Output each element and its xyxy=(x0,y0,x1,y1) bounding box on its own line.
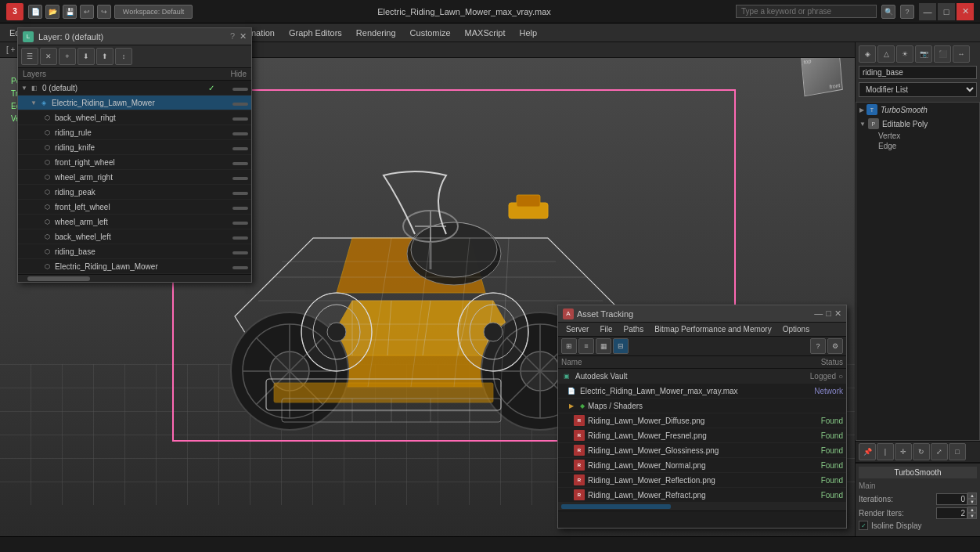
asset-btn-table[interactable]: ⊟ xyxy=(613,338,629,354)
asset-footer xyxy=(558,511,846,528)
modifier-list-dropdown[interactable]: Modifier List xyxy=(859,82,977,97)
asset-menu-file[interactable]: File xyxy=(595,324,617,334)
asset-btn-grid[interactable]: ⊞ xyxy=(561,338,577,354)
right-panel-top: ◈ △ ☀ 📷 ⬛ ↔ Modifier List xyxy=(856,42,980,102)
display-icon[interactable]: ◈ xyxy=(859,45,876,63)
isoline-checkbox[interactable] xyxy=(859,521,868,530)
render-iters-down[interactable]: ▼ xyxy=(967,513,977,519)
menu-maxscript[interactable]: MAXScript xyxy=(459,27,512,39)
modifier-edge[interactable]: Edge xyxy=(856,141,979,151)
asset-menu-server[interactable]: Server xyxy=(561,324,593,334)
asset-panel-icon: A xyxy=(563,308,574,319)
workspace-dropdown[interactable]: Workspace: Default xyxy=(114,5,193,19)
asset-row-vault[interactable]: ▣ Autodesk Vault Logged ○ xyxy=(558,369,846,384)
render-iters-input[interactable] xyxy=(936,507,967,519)
layer-panel-close[interactable]: ✕ xyxy=(240,31,247,41)
layer-tool-down[interactable]: ⬇ xyxy=(77,48,95,65)
asset-menu-bitmap[interactable]: Bitmap Performance and Memory xyxy=(650,324,776,334)
menu-rendering[interactable]: Rendering xyxy=(350,27,402,39)
expand-icon-poly: ▼ xyxy=(859,121,866,128)
rotate-icon[interactable]: ↻ xyxy=(913,443,930,460)
help-icon[interactable]: ? xyxy=(900,5,914,19)
minimize-button[interactable]: — xyxy=(919,3,936,20)
redo-btn[interactable]: ↪ xyxy=(97,5,111,19)
hierarchy-icon[interactable]: ⬛ xyxy=(934,45,951,63)
scale-icon[interactable]: ⤢ xyxy=(931,443,948,460)
maximize-button[interactable]: □ xyxy=(938,3,955,20)
asset-btn-sheet[interactable]: ▦ xyxy=(596,338,611,354)
asset-btn-settings[interactable]: ⚙ xyxy=(827,338,843,354)
layer-row-wheel-arm-left[interactable]: ⬡ wheel_arm_left xyxy=(18,215,251,229)
svg-marker-3 xyxy=(337,238,485,293)
turbosmooth-icon: T xyxy=(867,104,877,115)
shape-icon[interactable]: △ xyxy=(877,45,895,63)
layer-panel-titlebar[interactable]: L Layer: 0 (default) ? ✕ xyxy=(18,28,251,45)
layer-tool-add[interactable]: + xyxy=(59,48,76,65)
layer-row-wheel-arm-right[interactable]: ⬡ wheel_arm_right xyxy=(18,170,251,185)
asset-toolbar: ⊞ ≡ ▦ ⊟ ? ⚙ xyxy=(558,337,846,356)
asset-row-maps-folder[interactable]: ▶ ◆ Maps / Shaders xyxy=(558,399,846,413)
asset-row-refract[interactable]: R Riding_Lawn_Mower_Refract.png Found xyxy=(558,488,846,503)
maps-indicator: ◆ xyxy=(580,402,585,409)
layer-hide-riding-peak xyxy=(217,188,248,197)
layer-row-riding-base[interactable]: ⬡ riding_base xyxy=(18,244,251,259)
select-icon[interactable]: | xyxy=(877,443,894,460)
iterations-input[interactable] xyxy=(936,493,967,505)
layer-hide-elec-lm xyxy=(217,262,248,271)
layer-name-front-left: front_left_wheel xyxy=(55,203,217,211)
asset-menu-paths[interactable]: Paths xyxy=(619,324,649,334)
undo-btn[interactable]: ↩ xyxy=(80,5,94,19)
layer-tool-up[interactable]: ⬆ xyxy=(96,48,113,65)
search-icon[interactable]: 🔍 xyxy=(881,5,895,19)
iterations-up[interactable]: ▲ xyxy=(967,492,977,499)
layer-tool-menu[interactable]: ☰ xyxy=(21,48,38,65)
open-btn[interactable]: 📂 xyxy=(45,5,59,19)
layer-tool-move[interactable]: ↕ xyxy=(115,48,132,65)
layer-row-elec-lm[interactable]: ⬡ Electric_Riding_Lawn_Mower xyxy=(18,259,251,274)
asset-min-btn[interactable]: — xyxy=(814,308,823,319)
move-icon[interactable]: ✛ xyxy=(895,443,912,460)
render-icon[interactable]: □ xyxy=(949,443,966,460)
layer-row-front-right[interactable]: ⬡ front_right_wheel xyxy=(18,155,251,170)
layer-row-lawnmower[interactable]: ▼ ◈ Electric_Riding_Lawn_Mower xyxy=(18,96,251,110)
asset-row-diffuse[interactable]: R Riding_Lawn_Mower_Diffuse.png Found xyxy=(558,413,846,428)
modifier-turbosmooth[interactable]: ▶ T TurboSmooth xyxy=(856,103,979,117)
asset-titlebar[interactable]: A Asset Tracking — □ ✕ xyxy=(558,305,846,323)
camera-icon[interactable]: 📷 xyxy=(915,45,932,63)
layer-row-back-wheel-left[interactable]: ⬡ back_wheel_left xyxy=(18,229,251,244)
asset-close-btn[interactable]: ✕ xyxy=(834,308,841,319)
asset-row-fresnel[interactable]: R Riding_Lawn_Mower_Fresnel.png Found xyxy=(558,428,846,443)
layer-row-riding-peak[interactable]: ⬡ riding_peak xyxy=(18,185,251,200)
layer-row-front-left[interactable]: ⬡ front_left_wheel xyxy=(18,200,251,215)
asset-row-normal[interactable]: R Riding_Lawn_Mower_Normal.png Found xyxy=(558,458,846,473)
pin-icon[interactable]: 📌 xyxy=(859,443,876,460)
menu-customize[interactable]: Customize xyxy=(404,27,457,39)
asset-menu-options[interactable]: Options xyxy=(778,324,814,334)
close-button[interactable]: ✕ xyxy=(957,3,974,20)
modifier-editable-poly[interactable]: ▼ P Editable Poly xyxy=(856,117,979,131)
object-name-field[interactable] xyxy=(859,66,977,79)
save-btn[interactable]: 💾 xyxy=(63,5,77,19)
layer-row-riding-rule[interactable]: ⬡ riding_rule xyxy=(18,125,251,140)
modifier-vertex[interactable]: Vertex xyxy=(856,131,979,141)
asset-row-glossiness[interactable]: R Riding_Lawn_Mower_Glossiness.png Found xyxy=(558,443,846,458)
layer-row-default[interactable]: ▼ ◧ 0 (default) ✓ xyxy=(18,81,251,96)
iterations-down[interactable]: ▼ xyxy=(967,499,977,505)
asset-row-reflection[interactable]: R Riding_Lawn_Mower_Reflection.png Found xyxy=(558,473,846,488)
asset-btn-help[interactable]: ? xyxy=(810,338,826,354)
render-iters-up[interactable]: ▲ xyxy=(967,507,977,513)
asset-row-max-file[interactable]: 📄 Electric_Riding_Lawn_Mower_max_vray.ma… xyxy=(558,384,846,399)
layer-row-riding-knife[interactable]: ⬡ riding_knife xyxy=(18,140,251,155)
asset-max-btn[interactable]: □ xyxy=(826,308,831,319)
layer-scrollbar[interactable] xyxy=(18,274,251,282)
menu-help[interactable]: Help xyxy=(513,27,544,39)
layer-row-back-wheel[interactable]: ⬡ back_wheel_rihgt xyxy=(18,110,251,125)
menu-graph-editors[interactable]: Graph Editors xyxy=(283,27,348,39)
motion-icon[interactable]: ↔ xyxy=(953,45,970,63)
layer-tool-delete[interactable]: ✕ xyxy=(40,48,57,65)
panel-help-btn[interactable]: ? xyxy=(230,31,235,41)
light-icon[interactable]: ☀ xyxy=(896,45,913,63)
asset-btn-list[interactable]: ≡ xyxy=(578,338,594,354)
search-input[interactable] xyxy=(736,5,877,18)
new-btn[interactable]: 📄 xyxy=(28,5,42,19)
